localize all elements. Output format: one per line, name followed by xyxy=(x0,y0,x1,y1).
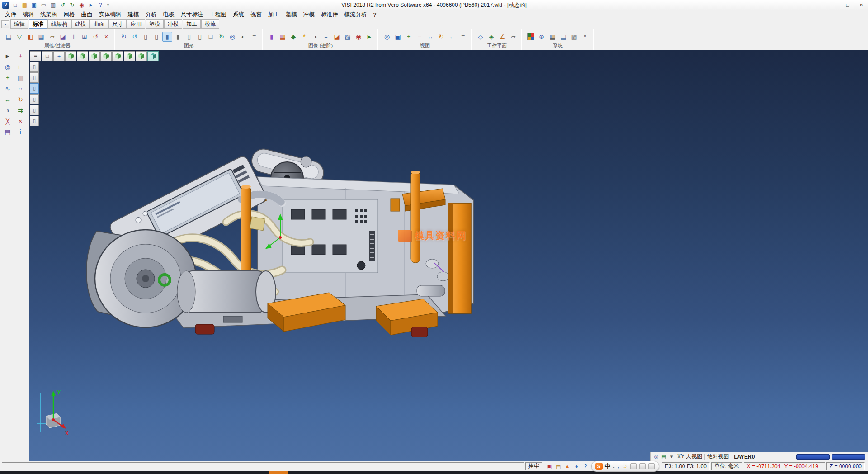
pan-icon[interactable]: ↔ xyxy=(425,32,435,42)
axonometric-view-icon[interactable] xyxy=(147,51,159,61)
iso-view-icon[interactable] xyxy=(65,51,76,61)
zoom-fit-icon[interactable]: ◎ xyxy=(382,32,392,42)
ime-emoji-icon[interactable]: ☺ xyxy=(622,463,627,469)
tab-mould[interactable]: 塑模 xyxy=(146,19,164,29)
flame-status-icon[interactable]: ▲ xyxy=(564,463,571,470)
save-file-icon[interactable]: ▣ xyxy=(30,1,38,9)
menu-mould[interactable]: 塑模 xyxy=(283,10,300,19)
filter-solids-icon[interactable]: ▯ xyxy=(30,62,39,72)
left-view-icon[interactable] xyxy=(124,51,135,61)
copy-attributes-icon[interactable]: ⊞ xyxy=(80,32,90,42)
menu-drawing[interactable]: 工程图 xyxy=(207,10,230,19)
move-icon[interactable]: ↔ xyxy=(2,95,13,104)
app-logo-icon[interactable]: V xyxy=(1,1,10,9)
ime-punctuation-toggle[interactable]: 。, xyxy=(613,463,619,469)
color-palette-icon[interactable] xyxy=(526,32,536,42)
plot-icon[interactable]: ▥ xyxy=(49,1,57,9)
filter-wireframe-icon[interactable]: ▯ xyxy=(30,83,39,94)
grid-icon[interactable]: ▦ xyxy=(15,73,26,83)
sogou-logo-icon[interactable]: S xyxy=(595,463,603,470)
zoom-out-icon[interactable]: − xyxy=(415,32,425,42)
pen-attributes-icon[interactable]: ▱ xyxy=(47,32,57,42)
keyboard-icon[interactable] xyxy=(639,463,646,470)
repaint-icon[interactable]: ↺ xyxy=(130,32,140,42)
rendered-mode-icon[interactable]: ▮ xyxy=(173,32,183,42)
redo-icon[interactable]: ↻ xyxy=(68,1,76,9)
bottom-view-icon[interactable] xyxy=(136,51,147,61)
material-icon[interactable]: ◆ xyxy=(288,32,298,42)
workplane-reset-icon[interactable]: ▱ xyxy=(508,32,518,42)
minimize-button[interactable]: – xyxy=(827,0,841,10)
shaded-mode-icon[interactable]: ▮ xyxy=(162,32,172,42)
macro-icon[interactable]: ► xyxy=(87,1,95,9)
measure-icon[interactable]: ∟ xyxy=(15,62,26,72)
pan-cross-icon[interactable]: ＋ xyxy=(53,51,65,61)
tab-wireframe[interactable]: 线架构 xyxy=(47,19,71,29)
tab-standard[interactable]: 标准 xyxy=(29,19,47,29)
layers-icon[interactable]: ▤ xyxy=(2,127,13,137)
absolute-view-label[interactable]: 绝对视图 xyxy=(707,453,729,460)
front-view-icon[interactable] xyxy=(89,51,100,61)
open-file-icon[interactable]: ▤ xyxy=(20,1,29,9)
dynamic-hide-icon[interactable]: ▯ xyxy=(195,32,205,42)
menu-wireframe[interactable]: 线架构 xyxy=(37,10,61,19)
lighting-icon[interactable]: * xyxy=(299,32,309,42)
display-mode-icon[interactable]: ◐ xyxy=(238,32,248,42)
color-filter-icon[interactable]: ◧ xyxy=(25,32,35,42)
menu-flow-analysis[interactable]: 模流分析 xyxy=(341,10,370,19)
curve-icon[interactable]: ∿ xyxy=(2,84,13,94)
section-view-icon[interactable]: ◪ xyxy=(332,32,342,42)
workplane-align-icon[interactable]: ∠ xyxy=(497,32,507,42)
toolbar-overflow-icon[interactable]: ▾ xyxy=(105,3,111,7)
shade-box-icon[interactable]: □ xyxy=(42,51,53,61)
snap-grid-icon[interactable]: ▩ xyxy=(569,32,579,42)
menu-window[interactable]: 视窗 xyxy=(247,10,265,19)
menu-surface[interactable]: 曲面 xyxy=(78,10,96,19)
texture-icon[interactable]: ▦ xyxy=(278,32,288,42)
workplane-by-view-icon[interactable]: ◈ xyxy=(486,32,496,42)
calculator-icon[interactable]: ▦ xyxy=(547,32,557,42)
tab-dropdown-icon[interactable]: ▾ xyxy=(1,20,9,28)
edit-view-icon[interactable]: ▤ xyxy=(660,453,667,460)
view-menu-icon[interactable]: ≡ xyxy=(30,51,41,61)
filter-icon[interactable]: ▽ xyxy=(14,32,24,42)
render-quality-icon[interactable]: ▮ xyxy=(267,32,277,42)
select-icon[interactable]: ► xyxy=(2,51,13,61)
globe-icon[interactable]: ⊕ xyxy=(537,32,547,42)
rotate-view-icon[interactable]: ↻ xyxy=(436,32,446,42)
attributes-icon[interactable]: ▤ xyxy=(4,32,14,42)
screen-status-icon[interactable]: ▣ xyxy=(546,463,553,470)
purge-icon[interactable]: ↺ xyxy=(90,32,100,42)
menu-electrode[interactable]: 电极 xyxy=(160,10,178,19)
rotate-icon[interactable]: ↻ xyxy=(15,95,26,104)
tab-progress[interactable]: 冲模 xyxy=(164,19,182,29)
table-icon[interactable]: ▤ xyxy=(558,32,568,42)
taskbar-app-chip[interactable] xyxy=(269,471,288,474)
menu-solid-edit[interactable]: 实体编辑 xyxy=(96,10,125,19)
view-list-icon[interactable]: ≡ xyxy=(458,32,468,42)
tab-modeling[interactable]: 建模 xyxy=(71,19,90,29)
snapshot-icon[interactable]: ◉ xyxy=(354,32,363,42)
menu-system[interactable]: 系统 xyxy=(230,10,247,19)
delete-icon[interactable]: × xyxy=(15,116,26,126)
menu-file[interactable]: 文件 xyxy=(2,10,19,19)
menu-help[interactable]: ? xyxy=(370,11,380,19)
view-mode-icon[interactable]: ◎ xyxy=(653,453,660,460)
database-status-icon[interactable]: ▤ xyxy=(555,463,562,470)
print-icon[interactable]: ▭ xyxy=(39,1,48,9)
background-icon[interactable]: ▨ xyxy=(343,32,353,42)
graphics-viewport[interactable]: ≡□＋ ▯▯▯▯▯▯ 模具资料网 Y X ◎▤▾ XY 大视图 绝对 xyxy=(29,50,868,461)
offset-icon[interactable]: ⇉ xyxy=(15,105,26,115)
help-title-icon[interactable]: ? xyxy=(96,1,105,9)
transparency-icon[interactable]: ◒ xyxy=(321,32,331,42)
previous-view-icon[interactable]: ← xyxy=(447,32,457,42)
point-snap-icon[interactable]: ＋ xyxy=(2,73,13,83)
menu-machining[interactable]: 加工 xyxy=(265,10,283,19)
hidden-line-icon[interactable]: ▯ xyxy=(151,32,161,42)
element-info-icon[interactable]: i xyxy=(69,32,79,42)
mic-icon[interactable] xyxy=(630,463,637,470)
layer-filter-icon[interactable]: ▦ xyxy=(36,32,46,42)
close-button[interactable]: × xyxy=(854,0,868,10)
snap-lock-toggle[interactable]: 拴牢 xyxy=(525,462,542,470)
options-icon[interactable]: * xyxy=(580,32,590,42)
